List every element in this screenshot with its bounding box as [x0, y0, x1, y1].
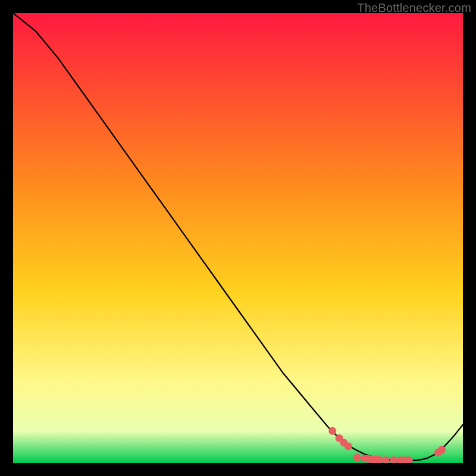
data-point: [328, 427, 336, 435]
chart-frame: TheBottlenecker.com: [0, 0, 476, 476]
watermark-text: TheBottlenecker.com: [357, 1, 471, 15]
chart-background: [13, 13, 463, 463]
data-point: [345, 443, 352, 450]
data-point: [438, 446, 446, 454]
bottleneck-chart: [13, 13, 463, 463]
data-point: [353, 453, 361, 461]
